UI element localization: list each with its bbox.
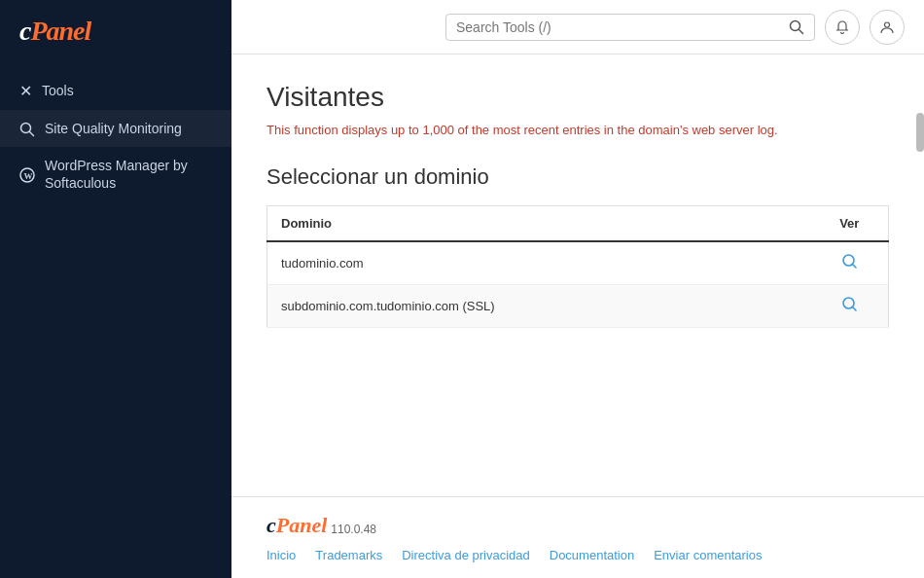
footer-link[interactable]: Documentation: [550, 548, 634, 562]
footer-link[interactable]: Inicio: [267, 548, 296, 562]
tools-icon: ✕: [19, 82, 32, 100]
domain-table: Dominio Ver tudominio.com subdominio.com…: [267, 205, 889, 328]
sidebar-item-site-quality-label: Site Quality Monitoring: [45, 120, 182, 137]
search-button[interactable]: [789, 19, 804, 35]
footer-logo: cPanel 110.0.48: [267, 513, 889, 538]
footer: cPanel 110.0.48 InicioTrademarksDirectiv…: [231, 496, 924, 578]
site-quality-icon: [19, 120, 35, 137]
footer-link[interactable]: Directiva de privacidad: [402, 548, 530, 562]
view-icon[interactable]: [840, 297, 858, 316]
page-description: This function displays up to 1,000 of th…: [267, 123, 889, 137]
svg-line-10: [853, 307, 857, 311]
svg-line-8: [853, 265, 857, 269]
svg-text:W: W: [24, 171, 33, 181]
sidebar-navigation: ✕ Tools Site Quality Monitoring W WordPr…: [0, 66, 231, 208]
table-row: subdominio.com.tudominio.com (SSL): [267, 285, 889, 328]
cpanel-logo: cPanel: [19, 16, 90, 47]
domain-cell: tudominio.com: [267, 241, 811, 285]
sidebar-item-wordpress[interactable]: W WordPress Manager by Softaculous: [0, 147, 231, 201]
col-header-ver: Ver: [811, 206, 889, 242]
user-button[interactable]: [870, 10, 905, 45]
domain-cell: subdominio.com.tudominio.com (SSL): [267, 285, 811, 328]
page-content: Visitantes This function displays up to …: [231, 54, 924, 496]
search-bar[interactable]: [445, 14, 815, 41]
sidebar-item-wordpress-label: WordPress Manager by Softaculous: [45, 157, 212, 192]
scrollbar-indicator[interactable]: [916, 113, 924, 152]
wordpress-icon: W: [19, 165, 35, 183]
footer-link[interactable]: Trademarks: [315, 548, 382, 562]
section-title: Seleccionar un dominio: [267, 164, 889, 190]
notifications-button[interactable]: [825, 10, 860, 45]
header: [231, 0, 924, 54]
svg-line-1: [30, 131, 34, 135]
sidebar-item-site-quality[interactable]: Site Quality Monitoring: [0, 110, 231, 147]
sidebar-item-tools[interactable]: ✕ Tools: [0, 72, 231, 110]
search-input[interactable]: [456, 19, 783, 35]
sidebar-logo: cPanel: [0, 0, 231, 66]
footer-cpanel-logo: cPanel: [267, 513, 327, 538]
footer-link[interactable]: Enviar comentarios: [654, 548, 762, 562]
view-cell: [811, 285, 889, 328]
view-cell: [811, 241, 889, 285]
svg-point-6: [885, 22, 890, 27]
sidebar-item-tools-label: Tools: [42, 82, 74, 99]
svg-line-5: [800, 29, 803, 33]
table-row: tudominio.com: [267, 241, 889, 285]
view-icon[interactable]: [840, 254, 858, 273]
main-content-area: Visitantes This function displays up to …: [231, 0, 924, 578]
footer-version: 110.0.48: [331, 523, 376, 538]
sidebar: cPanel ✕ Tools Site Quality Monitoring W: [0, 0, 231, 578]
page-title: Visitantes: [267, 82, 889, 113]
footer-links: InicioTrademarksDirectiva de privacidadD…: [267, 548, 889, 562]
col-header-domain: Dominio: [267, 206, 811, 242]
